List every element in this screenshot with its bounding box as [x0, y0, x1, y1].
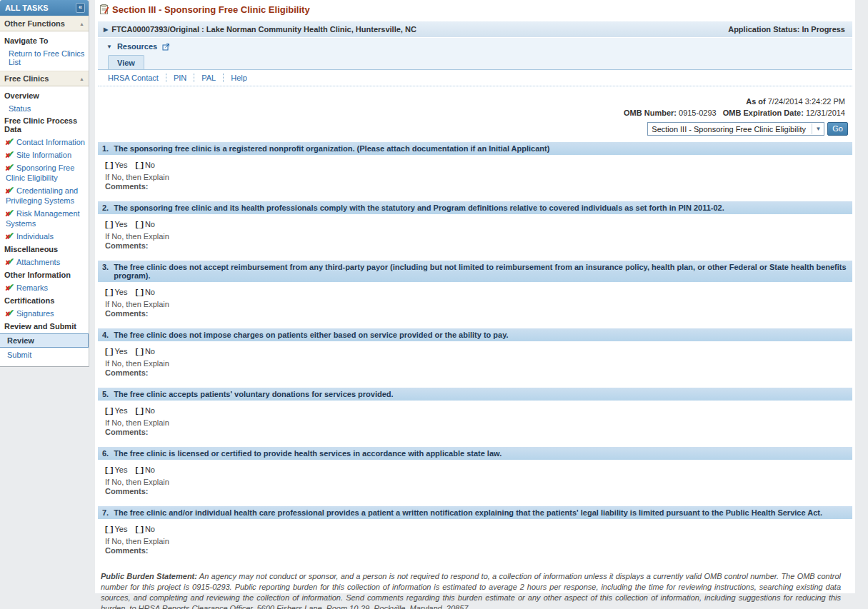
sidebar-item-remarks[interactable]: ✔✘Remarks — [0, 281, 89, 294]
sidebar-group-free-clinic-process-data: Free Clinic Process Data — [0, 114, 89, 136]
complete-check-icon: ✔✘ — [6, 151, 15, 158]
comments-label: Comments: — [105, 241, 855, 251]
complete-check-icon: ✔✘ — [6, 138, 15, 146]
if-no-label: If No, then Explain — [105, 300, 855, 309]
sidebar-collapse-button[interactable]: « — [76, 3, 85, 13]
question-header: 4.The free clinic does not impose charge… — [98, 328, 852, 341]
sidebar-group-review-and-submit: Review and Submit — [0, 320, 89, 333]
question-block: 6.The free clinic is licensed or certifi… — [95, 447, 855, 506]
complete-check-icon: ✔✘ — [6, 209, 15, 217]
comments-label: Comments: — [105, 368, 855, 378]
go-button[interactable]: Go — [827, 122, 848, 136]
sidebar-item-return-to-free-clinics-list[interactable]: Return to Free Clinics List — [0, 47, 89, 68]
yes-checkbox[interactable]: [_] — [105, 347, 112, 356]
comments-label: Comments: — [105, 487, 855, 496]
complete-check-icon: ✔✘ — [6, 283, 15, 291]
link-help[interactable]: Help — [223, 74, 254, 82]
question-block: 5.The free clinic accepts patients' volu… — [95, 388, 855, 447]
sidebar-item-submit[interactable]: Submit — [0, 348, 89, 361]
sidebar-item-sponsoring-free-clinic-eligibility[interactable]: ✔✘Sponsoring Free Clinic Eligibility — [0, 161, 89, 184]
sidebar-group-navigate-to: Navigate To — [0, 34, 89, 47]
expand-right-icon[interactable]: ▶ — [104, 26, 108, 33]
link-pal[interactable]: PAL — [194, 74, 223, 82]
collapse-arrow-icon: ▲ — [79, 21, 84, 26]
question-block: 3.The free clinic does not accept reimbu… — [95, 261, 855, 328]
sidebar-group-certifications: Certifications — [0, 294, 89, 307]
no-checkbox[interactable]: [_] — [135, 406, 142, 415]
section-select[interactable]: Section III - Sponsoring Free Clinic Eli… — [647, 122, 824, 136]
question-block: 7.The free clinic and/or individual heal… — [95, 506, 855, 565]
no-checkbox[interactable]: [_] — [135, 161, 142, 169]
sidebar-group-miscellaneous: Miscellaneous — [0, 243, 89, 256]
question-header: 2.The sponsoring free clinic and its hea… — [98, 201, 852, 214]
resources-toggle[interactable]: ▼ Resources — [98, 42, 852, 55]
question-block: 2.The sponsoring free clinic and its hea… — [95, 201, 855, 261]
sidebar-item-contact-information[interactable]: ✔✘Contact Information — [0, 136, 89, 149]
yes-checkbox[interactable]: [_] — [105, 161, 112, 169]
yes-checkbox[interactable]: [_] — [105, 288, 112, 296]
no-checkbox[interactable]: [_] — [135, 288, 142, 296]
form-clipboard-icon — [99, 4, 109, 15]
as-of-line: As of 7/24/2014 3:24:22 PM — [95, 96, 845, 107]
comments-label: Comments: — [105, 309, 855, 318]
question-header: 7.The free clinic and/or individual heal… — [98, 506, 852, 519]
question-header: 3.The free clinic does not accept reimbu… — [98, 261, 852, 282]
resources-panel: ▼ Resources View HRSA Contact PIN PAL He… — [98, 38, 852, 86]
comments-label: Comments: — [105, 546, 855, 555]
sidebar-item-risk-management-systems[interactable]: ✔✘Risk Management Systems — [0, 207, 89, 230]
question-header: 6.The free clinic is licensed or certifi… — [98, 447, 852, 460]
yes-checkbox[interactable]: [_] — [105, 220, 112, 228]
page-title: Section III - Sponsoring Free Clinic Eli… — [112, 4, 310, 15]
if-no-label: If No, then Explain — [105, 359, 855, 368]
omb-line: OMB Number: 0915-0293 OMB Expiration Dat… — [95, 107, 845, 119]
expand-down-icon: ▼ — [106, 44, 112, 50]
if-no-label: If No, then Explain — [105, 232, 855, 241]
public-burden-statement: Public Burden Statement: An agency may n… — [101, 571, 841, 609]
no-checkbox[interactable]: [_] — [135, 220, 142, 228]
comments-label: Comments: — [105, 182, 855, 191]
link-hrsa-contact[interactable]: HRSA Contact — [108, 74, 166, 82]
sidebar-item-site-information[interactable]: ✔✘Site Information — [0, 149, 89, 161]
sidebar-item-status[interactable]: Status — [0, 102, 89, 114]
application-header-bar: ▶ FTCA00007393/Original : Lake Norman Co… — [98, 21, 852, 37]
if-no-label: If No, then Explain — [105, 173, 855, 182]
question-block: 4.The free clinic does not impose charge… — [95, 328, 855, 388]
sidebar-item-review[interactable]: Review — [0, 333, 89, 348]
main-content: Section III - Sponsoring Free Clinic Eli… — [95, 0, 855, 593]
complete-check-icon: ✔✘ — [6, 186, 15, 194]
sidebar-item-attachments[interactable]: ✔✘Attachments — [0, 256, 89, 268]
all-tasks-sidebar: ALL TASKS « Other Functions ▲ Navigate T… — [0, 0, 89, 367]
sidebar-section-free-clinics[interactable]: Free Clinics ▲ — [0, 71, 89, 86]
sidebar-title: ALL TASKS — [5, 4, 49, 12]
if-no-label: If No, then Explain — [105, 478, 855, 487]
yes-checkbox[interactable]: [_] — [105, 465, 112, 474]
sidebar-group-overview: Overview — [0, 89, 89, 102]
chevron-down-icon: ▼ — [812, 124, 824, 134]
no-checkbox[interactable]: [_] — [135, 465, 142, 474]
tab-view[interactable]: View — [108, 55, 144, 69]
complete-check-icon: ✔✘ — [6, 258, 15, 266]
yes-checkbox[interactable]: [_] — [105, 525, 112, 533]
if-no-label: If No, then Explain — [105, 537, 855, 546]
yes-checkbox[interactable]: [_] — [105, 406, 112, 415]
application-status: Application Status: In Progress — [728, 25, 845, 34]
question-block: 1.The sponsoring free clinic is a regist… — [95, 142, 855, 201]
if-no-label: If No, then Explain — [105, 418, 855, 428]
no-checkbox[interactable]: [_] — [135, 347, 142, 356]
comments-label: Comments: — [105, 428, 855, 437]
complete-check-icon: ✔✘ — [6, 309, 15, 317]
no-checkbox[interactable]: [_] — [135, 525, 142, 533]
sidebar-section-other-functions[interactable]: Other Functions ▲ — [0, 16, 89, 31]
application-id: FTCA00007393/Original : Lake Norman Comm… — [111, 25, 416, 34]
sidebar-group-other-information: Other Information — [0, 268, 89, 281]
complete-check-icon: ✔✘ — [6, 232, 15, 240]
external-link-icon[interactable] — [162, 43, 170, 51]
collapse-arrow-icon: ▲ — [79, 76, 84, 81]
meta-info: As of 7/24/2014 3:24:22 PM OMB Number: 0… — [95, 86, 855, 119]
question-header: 5.The free clinic accepts patients' volu… — [98, 388, 852, 401]
question-header: 1.The sponsoring free clinic is a regist… — [98, 142, 852, 155]
sidebar-item-individuals[interactable]: ✔✘Individuals — [0, 230, 89, 243]
sidebar-item-credentialing-and-privileging-systems[interactable]: ✔✘Credentialing and Privileging Systems — [0, 184, 89, 207]
sidebar-item-signatures[interactable]: ✔✘Signatures — [0, 307, 89, 320]
link-pin[interactable]: PIN — [166, 74, 194, 82]
